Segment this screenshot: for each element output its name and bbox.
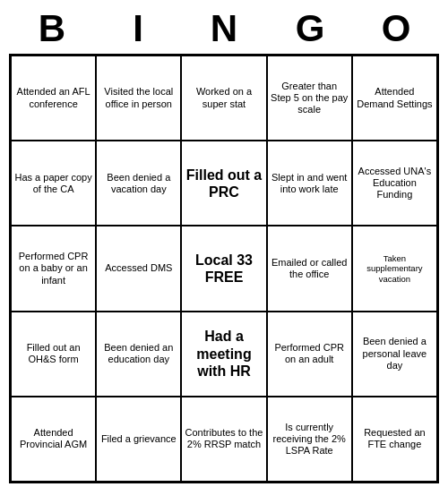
bingo-cell-5[interactable]: Has a paper copy of the CA (11, 141, 96, 226)
bingo-cell-23[interactable]: Is currently receiving the 2% LSPA Rate (267, 397, 352, 482)
bingo-cell-22[interactable]: Contributes to the 2% RRSP match (181, 397, 266, 482)
header-G: G (270, 7, 350, 50)
bingo-cell-21[interactable]: Filed a grievance (96, 397, 181, 482)
bingo-cell-4[interactable]: Attended Demand Settings (352, 56, 437, 141)
bingo-cell-18[interactable]: Performed CPR on an adult (267, 312, 352, 397)
bingo-cell-1[interactable]: Visited the local office in person (96, 56, 181, 141)
bingo-cell-20[interactable]: Attended Provincial AGM (11, 397, 96, 482)
bingo-header: B I N G O (9, 0, 439, 54)
bingo-cell-7[interactable]: Filled out a PRC (181, 141, 266, 226)
bingo-cell-6[interactable]: Been denied a vacation day (96, 141, 181, 226)
bingo-cell-11[interactable]: Accessed DMS (96, 226, 181, 311)
bingo-cell-3[interactable]: Greater than Step 5 on the pay scale (267, 56, 352, 141)
bingo-cell-0[interactable]: Attended an AFL conference (11, 56, 96, 141)
header-B: B (12, 7, 92, 50)
header-N: N (184, 7, 264, 50)
bingo-cell-15[interactable]: Filled out an OH&S form (11, 312, 96, 397)
bingo-grid: Attended an AFL conferenceVisited the lo… (9, 54, 439, 483)
bingo-cell-9[interactable]: Accessed UNA's Education Funding (352, 141, 437, 226)
bingo-cell-19[interactable]: Been denied a personal leave day (352, 312, 437, 397)
header-I: I (98, 7, 178, 50)
bingo-cell-17[interactable]: Had a meeting with HR (181, 312, 266, 397)
bingo-cell-14[interactable]: Taken supplementary vacation (352, 226, 437, 311)
header-O: O (356, 7, 436, 50)
bingo-cell-12[interactable]: Local 33 FREE (181, 226, 266, 311)
bingo-cell-13[interactable]: Emailed or called the office (267, 226, 352, 311)
bingo-cell-24[interactable]: Requested an FTE change (352, 397, 437, 482)
bingo-cell-16[interactable]: Been denied an education day (96, 312, 181, 397)
bingo-cell-2[interactable]: Worked on a super stat (181, 56, 266, 141)
bingo-cell-10[interactable]: Performed CPR on a baby or an infant (11, 226, 96, 311)
bingo-cell-8[interactable]: Slept in and went into work late (267, 141, 352, 226)
